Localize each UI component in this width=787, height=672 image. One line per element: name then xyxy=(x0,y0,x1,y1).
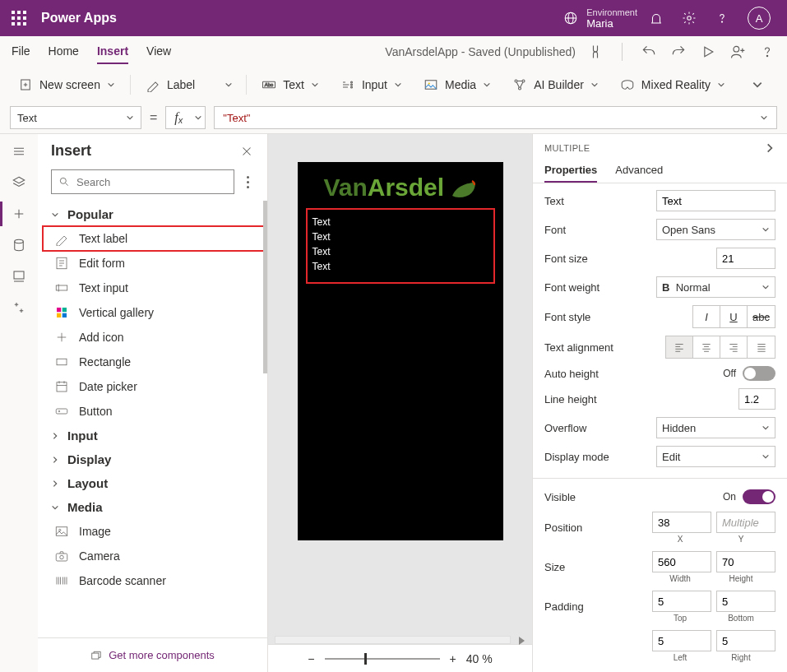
close-icon[interactable] xyxy=(239,144,254,159)
item-vertical-gallery[interactable]: Vertical gallery xyxy=(43,300,264,325)
undo-icon[interactable] xyxy=(641,44,657,60)
property-selector[interactable]: Text xyxy=(10,106,141,129)
app-preview[interactable]: VanArsdel Text Text Text Text xyxy=(298,162,503,540)
scrollbar-thumb[interactable] xyxy=(263,201,267,373)
search-input[interactable] xyxy=(76,176,227,188)
item-edit-form[interactable]: Edit form xyxy=(43,251,264,276)
prop-width-input[interactable] xyxy=(652,551,711,572)
selected-labels-group[interactable]: Text Text Text Text xyxy=(306,208,495,284)
strike-button[interactable]: abc xyxy=(748,306,775,327)
menu-file[interactable]: File xyxy=(12,39,30,64)
formula-input[interactable]: "Text" xyxy=(214,106,777,129)
item-add-icon[interactable]: Add icon xyxy=(43,325,264,350)
insert-rail-button[interactable] xyxy=(12,206,26,221)
prop-displaymode-select[interactable]: Edit xyxy=(656,446,775,467)
tree-view-icon[interactable] xyxy=(12,144,26,159)
new-screen-button[interactable]: New screen xyxy=(12,77,122,92)
media-button[interactable]: Media xyxy=(417,77,498,92)
prop-padding-top-input[interactable] xyxy=(652,591,711,612)
menu-view[interactable]: View xyxy=(146,39,171,64)
notifications-icon[interactable] xyxy=(649,11,664,25)
preview-text-line[interactable]: Text xyxy=(312,215,488,229)
help2-icon[interactable] xyxy=(759,44,775,60)
mixed-reality-button[interactable]: Mixed Reality xyxy=(613,77,732,92)
gallery-icon xyxy=(54,305,69,320)
app-launcher-icon[interactable] xyxy=(12,11,26,25)
category-display[interactable]: Display xyxy=(43,447,264,471)
category-popular[interactable]: Popular xyxy=(43,202,264,226)
svg-rect-18 xyxy=(14,271,24,279)
overflow-chevron-icon[interactable] xyxy=(752,79,763,90)
user-avatar[interactable]: A xyxy=(748,7,771,30)
item-image[interactable]: Image xyxy=(43,519,264,544)
align-right-button[interactable] xyxy=(720,336,748,358)
fx-label[interactable]: fx xyxy=(165,106,191,129)
prop-visible-toggle[interactable] xyxy=(743,489,775,504)
get-more-components[interactable]: Get more components xyxy=(38,637,267,672)
underline-button[interactable]: U xyxy=(720,306,748,327)
category-media[interactable]: Media xyxy=(43,495,264,519)
tab-advanced[interactable]: Advanced xyxy=(615,159,663,183)
item-label: Camera xyxy=(79,549,120,563)
prop-position-y-input[interactable]: Multiple xyxy=(716,512,775,533)
prop-lineheight-input[interactable] xyxy=(738,388,775,410)
prop-fontsize-input[interactable] xyxy=(716,248,775,269)
item-text-label[interactable]: Text label xyxy=(43,226,264,251)
label-button[interactable]: Label xyxy=(139,77,201,92)
prop-padding-bottom-input[interactable] xyxy=(716,591,775,612)
share-icon[interactable] xyxy=(729,44,746,60)
item-text-input[interactable]: Text input xyxy=(43,276,264,300)
horizontal-scrollbar[interactable] xyxy=(275,636,511,644)
fx-expand[interactable] xyxy=(191,106,206,129)
item-barcode[interactable]: Barcode scanner xyxy=(43,568,264,593)
chevron-right-icon[interactable] xyxy=(764,142,775,154)
data-icon[interactable] xyxy=(12,238,26,253)
prop-position-x-input[interactable] xyxy=(652,512,711,533)
align-left-button[interactable] xyxy=(666,336,693,358)
prop-padding-right-input[interactable] xyxy=(716,630,775,651)
more-options-icon[interactable] xyxy=(241,172,254,192)
prop-overflow-select[interactable]: Hidden xyxy=(656,417,775,438)
media-rail-icon[interactable] xyxy=(12,269,26,284)
redo-icon[interactable] xyxy=(670,44,687,60)
italic-button[interactable]: I xyxy=(693,306,720,327)
prop-fontweight-select[interactable]: B Normal xyxy=(656,276,775,298)
category-layout[interactable]: Layout xyxy=(43,471,264,495)
item-button[interactable]: Button xyxy=(43,399,264,424)
tab-properties[interactable]: Properties xyxy=(544,159,597,183)
text-button[interactable]: Abc Text xyxy=(255,77,326,92)
item-camera[interactable]: Camera xyxy=(43,544,264,568)
preview-text-line[interactable]: Text xyxy=(312,244,488,259)
align-center-button[interactable] xyxy=(693,336,720,358)
svg-rect-25 xyxy=(62,313,67,317)
svg-point-3 xyxy=(721,21,722,22)
ai-builder-button[interactable]: AI Builder xyxy=(506,77,605,92)
category-input[interactable]: Input xyxy=(43,424,264,447)
menu-insert[interactable]: Insert xyxy=(97,39,128,64)
prop-font-select[interactable]: Open Sans xyxy=(656,219,775,240)
chevron-down-icon[interactable] xyxy=(225,81,233,89)
prop-padding-left-input[interactable] xyxy=(652,630,711,651)
app-checker-icon[interactable] xyxy=(587,44,604,60)
menu-home[interactable]: Home xyxy=(49,39,79,64)
prop-height-input[interactable] xyxy=(716,551,775,572)
prop-text-input[interactable] xyxy=(656,190,775,211)
zoom-slider[interactable] xyxy=(325,658,440,660)
preview-text-line[interactable]: Text xyxy=(312,229,488,244)
settings-icon[interactable] xyxy=(682,11,697,25)
align-justify-button[interactable] xyxy=(748,336,775,358)
layers-icon[interactable] xyxy=(12,175,26,190)
item-rectangle[interactable]: Rectangle xyxy=(43,350,264,374)
help-icon[interactable] xyxy=(715,11,729,25)
item-date-picker[interactable]: Date picker xyxy=(43,374,264,399)
play-icon[interactable] xyxy=(700,44,716,60)
zoom-in-button[interactable]: + xyxy=(450,652,456,665)
zoom-out-button[interactable]: − xyxy=(308,652,314,665)
prop-font-label: Font xyxy=(544,224,650,236)
prop-autoheight-toggle[interactable] xyxy=(743,366,775,381)
environment-picker[interactable]: Environment Maria xyxy=(563,7,637,30)
input-button[interactable]: Input xyxy=(334,77,409,92)
search-box[interactable] xyxy=(51,169,234,194)
preview-text-line[interactable]: Text xyxy=(312,259,488,274)
tools-icon[interactable] xyxy=(12,300,26,315)
